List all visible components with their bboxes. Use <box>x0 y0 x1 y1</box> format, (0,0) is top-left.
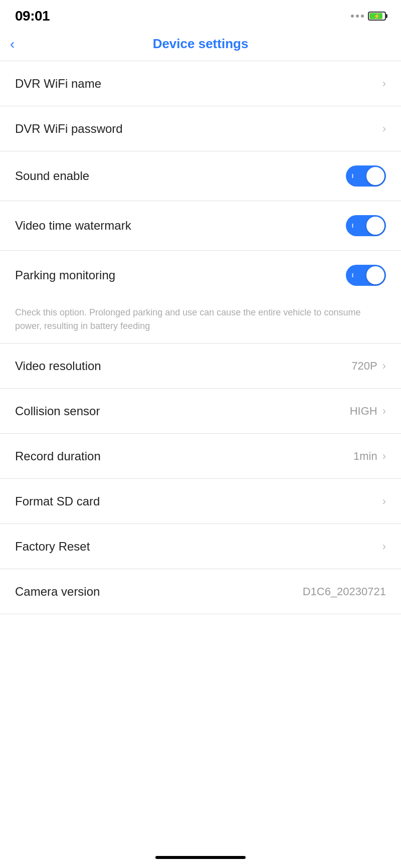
chevron-right-icon: › <box>382 495 386 508</box>
parking-monitoring-toggle[interactable]: I <box>346 265 386 286</box>
toggle-track-label: I <box>352 273 353 278</box>
chevron-right-icon: › <box>382 540 386 553</box>
sound-enable-label: Sound enable <box>15 169 89 183</box>
factory-reset-right: › <box>382 540 386 553</box>
settings-item-video-time-watermark[interactable]: Video time watermark I <box>0 201 401 251</box>
video-resolution-value: 720P <box>351 360 377 373</box>
sound-enable-toggle[interactable]: I <box>346 165 386 187</box>
parking-monitoring-right: I <box>346 265 386 286</box>
dvr-wifi-password-right: › <box>382 122 386 135</box>
chevron-right-icon: › <box>382 122 386 135</box>
dvr-wifi-name-right: › <box>382 77 386 90</box>
collision-sensor-label: Collision sensor <box>15 404 100 418</box>
camera-version-value: D1C6_20230721 <box>303 585 386 598</box>
toggle-knob <box>366 167 384 185</box>
format-sd-card-label: Format SD card <box>15 494 100 508</box>
status-bar: 09:01 ⚡ <box>0 0 401 30</box>
signal-dots-icon <box>351 15 364 18</box>
chevron-right-icon: › <box>382 360 386 373</box>
parking-warning-text: Check this option. Prolonged parking and… <box>0 300 401 343</box>
settings-item-dvr-wifi-name[interactable]: DVR WiFi name › <box>0 61 401 106</box>
collision-sensor-value: HIGH <box>350 405 377 418</box>
settings-item-camera-version: Camera version D1C6_20230721 <box>0 569 401 614</box>
settings-item-video-resolution[interactable]: Video resolution 720P › <box>0 343 401 389</box>
chevron-right-icon: › <box>382 450 386 463</box>
settings-item-factory-reset[interactable]: Factory Reset › <box>0 524 401 569</box>
record-duration-label: Record duration <box>15 449 101 463</box>
video-time-watermark-right: I <box>346 215 386 236</box>
record-duration-right: 1min › <box>353 450 386 463</box>
sound-enable-right: I <box>346 165 386 187</box>
back-button[interactable]: ‹ <box>10 37 15 51</box>
settings-item-record-duration[interactable]: Record duration 1min › <box>0 434 401 479</box>
status-time: 09:01 <box>15 8 50 24</box>
settings-list: DVR WiFi name › DVR WiFi password › Soun… <box>0 61 401 614</box>
status-icons: ⚡ <box>351 12 386 21</box>
collision-sensor-right: HIGH › <box>350 405 386 418</box>
video-resolution-label: Video resolution <box>15 359 101 373</box>
toggle-knob <box>366 266 384 284</box>
settings-item-parking-monitoring[interactable]: Parking monitoring I <box>0 251 401 300</box>
home-indicator <box>155 856 246 859</box>
factory-reset-label: Factory Reset <box>15 540 90 554</box>
video-time-watermark-toggle[interactable]: I <box>346 215 386 236</box>
settings-item-format-sd-card[interactable]: Format SD card › <box>0 479 401 524</box>
toggle-track-label: I <box>352 173 353 179</box>
toggle-knob <box>366 217 384 235</box>
camera-version-label: Camera version <box>15 585 100 599</box>
camera-version-right: D1C6_20230721 <box>303 585 386 598</box>
battery-icon: ⚡ <box>368 12 386 21</box>
dvr-wifi-name-label: DVR WiFi name <box>15 77 101 91</box>
settings-item-dvr-wifi-password[interactable]: DVR WiFi password › <box>0 106 401 151</box>
chevron-right-icon: › <box>382 77 386 90</box>
format-sd-card-right: › <box>382 495 386 508</box>
chevron-right-icon: › <box>382 405 386 418</box>
dvr-wifi-password-label: DVR WiFi password <box>15 122 123 136</box>
toggle-track-label: I <box>352 223 353 229</box>
parking-monitoring-label: Parking monitoring <box>15 268 115 282</box>
video-resolution-right: 720P › <box>351 360 386 373</box>
settings-item-collision-sensor[interactable]: Collision sensor HIGH › <box>0 389 401 434</box>
page-title: Device settings <box>153 36 249 52</box>
video-time-watermark-label: Video time watermark <box>15 219 131 233</box>
settings-item-sound-enable[interactable]: Sound enable I <box>0 151 401 201</box>
record-duration-value: 1min <box>353 450 377 463</box>
nav-header: ‹ Device settings <box>0 30 401 61</box>
